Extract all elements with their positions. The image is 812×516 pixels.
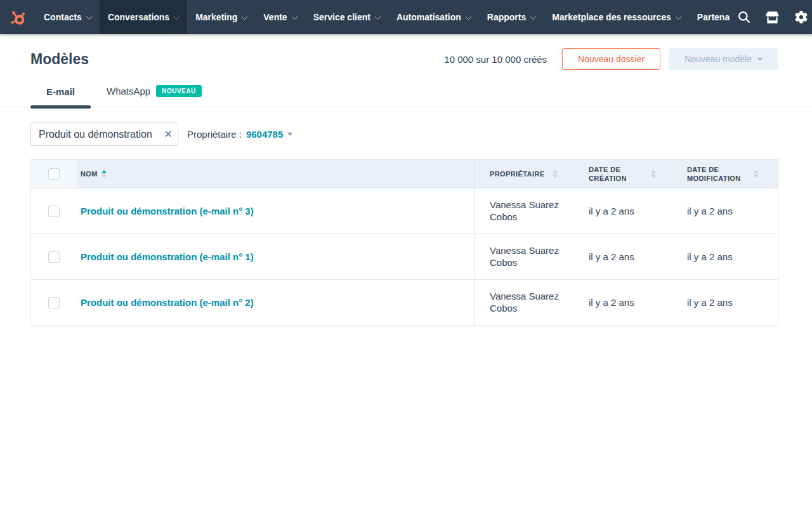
nav-item-label: Conversations (108, 12, 169, 22)
column-label: NOM (77, 170, 98, 178)
template-name-link[interactable]: Produit ou démonstration (e-mail n° 2) (77, 297, 254, 308)
row-checkbox[interactable] (48, 251, 60, 263)
owner-name: Vanessa Suarez Cobos (490, 245, 586, 269)
nav-item-label: Contacts (44, 12, 82, 22)
created-value: il y a 2 ans (589, 297, 634, 308)
column-header-date-creation[interactable]: DATE DE CRÉATION (586, 160, 684, 188)
sort-arrows-icon (651, 170, 656, 178)
nav-item-conversations[interactable]: Conversations (100, 0, 187, 34)
chevron-down-icon (86, 13, 92, 20)
created-cell: il y a 2 ans (586, 280, 684, 325)
tab-email-label: E-mail (46, 86, 75, 97)
owner-filter-dropdown[interactable]: 9604785 (246, 129, 292, 140)
table-row: Produit ou démonstration (e-mail n° 2) V… (31, 279, 778, 325)
nav-item-label: Rapports (487, 12, 526, 22)
tab-whatsapp-label: WhatsApp (107, 86, 150, 96)
nav-menu: Contacts Conversations Marketing Vente S… (36, 0, 738, 34)
sort-arrows-icon (102, 170, 107, 178)
nav-item-label: Marketing (195, 12, 237, 22)
table-header-row: NOM PROPRIÉTAIRE DATE DE CRÉATION DATE D… (31, 160, 778, 188)
template-name-cell: Produit ou démonstration (e-mail n° 1) (77, 234, 474, 279)
header-buttons: Nouveau dossier Nouveau modèle (562, 48, 778, 70)
page-header: Modèles 10 000 sur 10 000 créés Nouveau … (0, 34, 812, 70)
hubspot-logo[interactable] (0, 0, 36, 34)
modified-value: il y a 2 ans (687, 206, 733, 216)
column-header-nom[interactable]: NOM (77, 160, 474, 188)
owner-filter-value: 9604785 (246, 129, 283, 140)
nav-item-label: Service client (313, 12, 370, 22)
chevron-down-icon (242, 13, 248, 20)
sort-arrows-icon (553, 170, 558, 178)
nav-item-label: Vente (263, 12, 287, 22)
tab-email[interactable]: E-mail (30, 86, 91, 107)
owner-filter: Propriétaire : 9604785 (187, 129, 292, 140)
owner-cell: Vanessa Suarez Cobos (474, 280, 586, 325)
modified-cell: il y a 2 ans (684, 189, 778, 234)
nav-item-marketing[interactable]: Marketing (187, 0, 255, 34)
select-all-checkbox[interactable] (48, 168, 60, 180)
nouveau-badge: NOUVEAU (156, 85, 202, 97)
nav-item-marketplace-ressources[interactable]: Marketplace des ressources (544, 0, 689, 34)
owner-name: Vanessa Suarez Cobos (490, 199, 586, 223)
chevron-down-icon (291, 13, 298, 20)
column-label: PROPRIÉTAIRE (490, 170, 545, 178)
new-template-button-label: Nouveau modèle (684, 54, 752, 64)
template-usage-count: 10 000 sur 10 000 créés (444, 54, 547, 65)
nav-item-partenaires[interactable]: Partenaires (689, 0, 738, 34)
row-checkbox[interactable] (48, 297, 60, 308)
row-checkbox[interactable] (48, 206, 60, 217)
created-value: il y a 2 ans (589, 251, 634, 262)
template-name-cell: Produit ou démonstration (e-mail n° 3) (77, 189, 474, 234)
top-navigation: Contacts Conversations Marketing Vente S… (0, 0, 812, 34)
chevron-down-icon (465, 13, 471, 20)
clear-search-icon[interactable]: ✕ (164, 129, 173, 140)
settings-icon[interactable] (795, 11, 808, 23)
column-header-date-modification[interactable]: DATE DE MODIFICATION (684, 160, 778, 188)
nav-item-label: Automatisation (396, 12, 461, 22)
modified-value: il y a 2 ans (687, 251, 733, 262)
column-label: DATE DE MODIFICATION (687, 165, 750, 183)
created-value: il y a 2 ans (589, 206, 634, 216)
caret-down-icon (757, 58, 763, 61)
nav-item-automatisation[interactable]: Automatisation (388, 0, 479, 34)
nav-icon-group: 8 (738, 0, 812, 34)
header-actions: 10 000 sur 10 000 créés Nouveau dossier … (444, 48, 778, 70)
nav-item-vente[interactable]: Vente (255, 0, 304, 34)
hubspot-sprocket-icon (10, 8, 27, 27)
nav-item-rapports[interactable]: Rapports (479, 0, 544, 34)
row-select-cell (31, 280, 77, 325)
new-folder-button-label: Nouveau dossier (578, 54, 645, 64)
marketplace-icon[interactable] (766, 11, 779, 23)
template-name-link[interactable]: Produit ou démonstration (e-mail n° 1) (77, 251, 254, 262)
owner-cell: Vanessa Suarez Cobos (474, 189, 586, 234)
chevron-down-icon (374, 13, 381, 20)
modified-cell: il y a 2 ans (684, 280, 778, 325)
chevron-down-icon (530, 13, 537, 20)
chevron-down-icon (675, 13, 681, 20)
created-cell: il y a 2 ans (586, 189, 684, 234)
search-icon[interactable] (738, 11, 750, 23)
page-title: Modèles (30, 51, 89, 68)
search-input[interactable] (30, 122, 178, 146)
filter-bar: ✕ Propriétaire : 9604785 (30, 122, 782, 146)
templates-table: NOM PROPRIÉTAIRE DATE DE CRÉATION DATE D… (30, 159, 778, 326)
nav-item-service-client[interactable]: Service client (305, 0, 388, 34)
nav-item-contacts[interactable]: Contacts (36, 0, 100, 34)
column-label: DATE DE CRÉATION (589, 165, 643, 183)
chevron-down-icon (174, 13, 180, 20)
tab-whatsapp[interactable]: WhatsApp NOUVEAU (91, 85, 218, 107)
tab-bar: E-mail WhatsApp NOUVEAU (0, 85, 812, 107)
sort-arrows-icon (754, 170, 759, 178)
search-field-wrapper: ✕ (30, 122, 178, 146)
modified-value: il y a 2 ans (687, 297, 733, 308)
new-template-button[interactable]: Nouveau modèle (669, 48, 778, 70)
owner-name: Vanessa Suarez Cobos (490, 291, 586, 315)
select-all-cell (31, 160, 77, 188)
template-name-link[interactable]: Produit ou démonstration (e-mail n° 3) (77, 206, 254, 216)
new-folder-button[interactable]: Nouveau dossier (562, 48, 660, 70)
table-body: Produit ou démonstration (e-mail n° 3) V… (31, 188, 778, 325)
caret-down-icon (287, 133, 292, 136)
table-row: Produit ou démonstration (e-mail n° 3) V… (31, 188, 778, 234)
modified-cell: il y a 2 ans (684, 234, 778, 279)
column-header-proprietaire[interactable]: PROPRIÉTAIRE (474, 160, 586, 188)
